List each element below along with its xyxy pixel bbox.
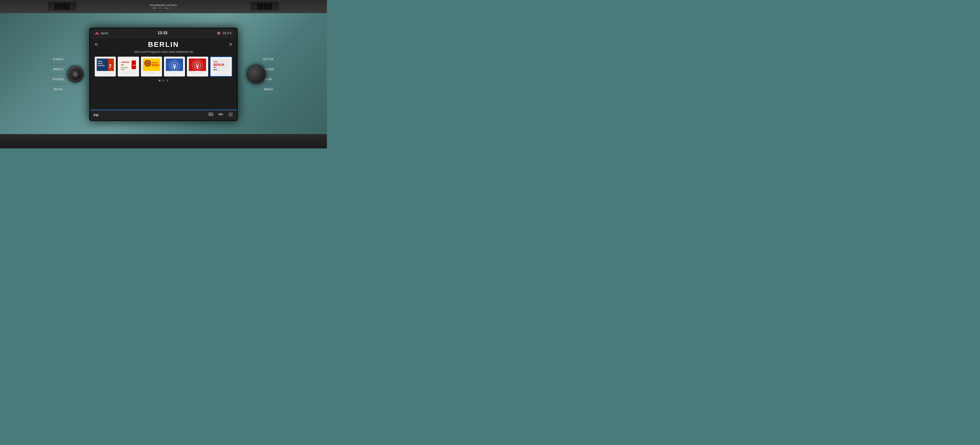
logo-antenne: Antenne rbb BRANDEN BURG rbb bbox=[120, 59, 137, 71]
preset-teddy[interactable]: RADIO TEDDY TEDDY bbox=[141, 57, 162, 76]
svg-line-55 bbox=[229, 116, 229, 116]
dlf-label: DLF bbox=[172, 72, 177, 74]
setup-button[interactable]: SETUP bbox=[258, 54, 278, 64]
logo-dlf bbox=[166, 59, 183, 71]
screen-container: 🚗 Sport 13:15 🔇 20.5°C < BERLIN > Alles … bbox=[89, 28, 238, 121]
svg-text:BURG: BURG bbox=[121, 69, 125, 70]
dot-1[interactable] bbox=[159, 79, 161, 81]
svg-line-52 bbox=[229, 113, 229, 113]
dot-2[interactable] bbox=[162, 79, 164, 81]
infotainment-screen: 🚗 Sport 13:15 🔇 20.5°C < BERLIN > Alles … bbox=[90, 29, 237, 120]
svg-point-47 bbox=[230, 114, 232, 116]
preset-berlin[interactable]: radio BERLIN rbb 88,8 BERLIN bbox=[210, 57, 232, 76]
airbag-controls: OFF ✕☀ ON ⊘ bbox=[152, 7, 177, 10]
svg-text:7: 7 bbox=[109, 63, 111, 69]
time-display: 13:15 bbox=[158, 31, 167, 35]
svg-rect-46 bbox=[222, 113, 222, 116]
svg-point-18 bbox=[146, 63, 148, 63]
station-subtitle: Alles zum Programm unter www.radioberlin… bbox=[90, 50, 237, 55]
media-button[interactable]: MEDIA bbox=[48, 64, 68, 74]
svg-text:BERLIN: BERLIN bbox=[213, 63, 224, 67]
svg-rect-41 bbox=[208, 115, 213, 116]
svg-point-20 bbox=[147, 64, 148, 65]
vent-left bbox=[48, 2, 76, 11]
teddy-label: TEDDY bbox=[148, 72, 156, 74]
airbag-off: OFF bbox=[152, 7, 156, 10]
preset-dkultur[interactable]: DKULTUR bbox=[187, 57, 208, 76]
volume-icon: 🔇 bbox=[217, 31, 221, 35]
svg-text:EUROPA: EUROPA bbox=[98, 65, 105, 67]
status-left: 🚗 Sport bbox=[95, 31, 108, 35]
list-view-button[interactable] bbox=[208, 113, 213, 117]
svg-text:rbb: rbb bbox=[132, 64, 136, 66]
svg-line-53 bbox=[232, 116, 232, 116]
svg-rect-45 bbox=[221, 114, 221, 115]
power-knob-inner: ⏻ bbox=[69, 68, 81, 80]
drive-mode: Sport bbox=[101, 31, 108, 35]
logo-berlin: radio BERLIN rbb 88,8 bbox=[213, 59, 230, 71]
frequency-view-button[interactable] bbox=[218, 113, 223, 117]
svg-line-54 bbox=[232, 113, 232, 113]
airbag-on: ON bbox=[164, 7, 168, 10]
svg-point-17 bbox=[145, 61, 150, 66]
svg-text:BRANDEN: BRANDEN bbox=[121, 67, 128, 68]
power-icon: ⏻ bbox=[73, 71, 78, 77]
power-knob[interactable]: ⏻ bbox=[67, 66, 84, 83]
status-right: 🔇 20.5°C bbox=[217, 31, 232, 35]
svg-text:TEDDY: TEDDY bbox=[151, 64, 159, 67]
pagination-dots bbox=[90, 78, 237, 83]
main-content: < BERLIN > Alles zum Programm unter www.… bbox=[90, 38, 237, 110]
svg-rect-44 bbox=[220, 113, 220, 116]
station-header: < BERLIN > bbox=[90, 38, 237, 50]
stations-row: FUNK HAUS EUROPA 7 Funkhaus bbox=[90, 55, 237, 78]
preset-funkhaus[interactable]: FUNK HAUS EUROPA 7 Funkhaus bbox=[95, 57, 116, 76]
svg-text:FUNK: FUNK bbox=[98, 60, 102, 62]
airbag-label: PASSENGER AIR BAG bbox=[150, 4, 177, 7]
svg-rect-43 bbox=[219, 113, 220, 115]
band-selector[interactable]: FM bbox=[94, 113, 99, 117]
bottom-icons bbox=[208, 112, 233, 118]
settings-button[interactable] bbox=[228, 112, 233, 118]
volume-knob[interactable] bbox=[247, 65, 266, 84]
left-side-panel: RADIO MEDIA PHONE MUTE bbox=[48, 54, 69, 94]
phone-button[interactable]: PHONE bbox=[48, 74, 69, 84]
svg-text:RADIO: RADIO bbox=[152, 62, 158, 64]
preset-dlf[interactable]: DLF bbox=[164, 57, 185, 76]
svg-rect-42 bbox=[218, 114, 223, 114]
dashboard: PASSENGER AIR BAG OFF ✕☀ ON ⊘ RADIO MEDI… bbox=[0, 0, 327, 149]
svg-rect-40 bbox=[208, 114, 213, 115]
svg-text:radio: radio bbox=[213, 61, 218, 63]
bottom-trim bbox=[0, 134, 327, 149]
menu-button[interactable]: MENU bbox=[259, 84, 278, 94]
radio-button[interactable]: RADIO bbox=[48, 54, 68, 64]
temperature-display: 20.5°C bbox=[223, 31, 232, 35]
bottom-bar: FM bbox=[90, 110, 237, 120]
logo-funkhaus: FUNK HAUS EUROPA 7 bbox=[97, 59, 114, 71]
svg-rect-27 bbox=[174, 66, 175, 68]
logo-teddy: RADIO TEDDY bbox=[143, 59, 160, 71]
svg-rect-28 bbox=[189, 59, 206, 71]
svg-text:Antenne: Antenne bbox=[121, 61, 129, 63]
antenne-label: Antennb bbox=[124, 72, 133, 74]
logo-dkultur bbox=[189, 59, 206, 71]
vent-right bbox=[250, 2, 279, 11]
mute-button[interactable]: MUTE bbox=[49, 84, 68, 94]
next-station-button[interactable]: > bbox=[229, 41, 232, 48]
svg-point-19 bbox=[148, 63, 149, 63]
dkultur-label: DKULTUR bbox=[192, 72, 203, 74]
station-name: BERLIN bbox=[148, 40, 179, 49]
svg-text:rbb: rbb bbox=[121, 64, 124, 66]
berlin-label: BERLIN bbox=[217, 73, 226, 75]
dot-3[interactable] bbox=[166, 79, 168, 81]
prev-station-button[interactable]: < bbox=[95, 41, 98, 48]
airbag-info: PASSENGER AIR BAG OFF ✕☀ ON ⊘ bbox=[150, 4, 177, 10]
svg-rect-32 bbox=[197, 65, 198, 68]
preset-antenne[interactable]: Antenne rbb BRANDEN BURG rbb Antennb bbox=[118, 57, 139, 76]
top-dash-strip: PASSENGER AIR BAG OFF ✕☀ ON ⊘ bbox=[0, 0, 327, 13]
car-small-icon: 🚗 bbox=[95, 31, 99, 35]
funkhaus-label: Funkhaus bbox=[100, 72, 111, 74]
svg-text:HAUS: HAUS bbox=[98, 63, 102, 64]
svg-text:88,8: 88,8 bbox=[213, 68, 217, 71]
svg-rect-39 bbox=[208, 113, 213, 114]
svg-text:rbb: rbb bbox=[213, 67, 216, 68]
